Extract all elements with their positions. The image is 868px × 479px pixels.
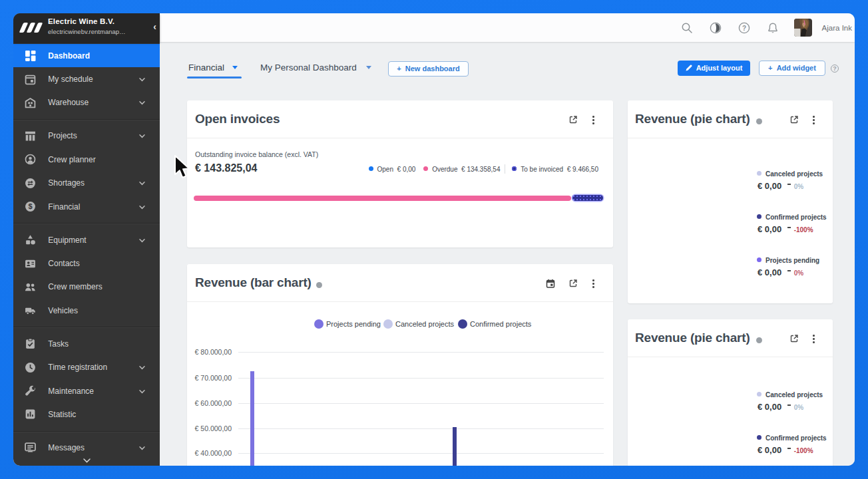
svg-text:?: ? xyxy=(742,24,746,31)
svg-text:$: $ xyxy=(28,202,32,210)
